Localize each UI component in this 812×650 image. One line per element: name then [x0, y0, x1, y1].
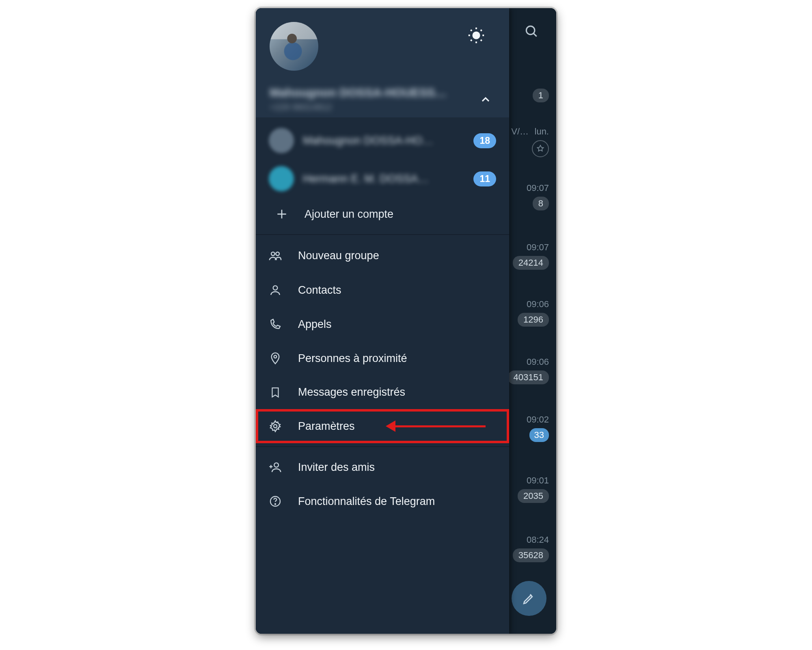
- svg-line-7: [471, 30, 472, 31]
- menu-label: Nouveau groupe: [298, 249, 379, 262]
- menu-label: Inviter des amis: [298, 461, 375, 474]
- invite-icon: [266, 461, 284, 474]
- svg-line-10: [481, 30, 482, 31]
- gear-icon: [266, 420, 284, 433]
- help-icon: [266, 495, 284, 508]
- unread-badge: 11: [473, 171, 496, 186]
- svg-point-14: [276, 252, 279, 256]
- chat-badge: 403151: [508, 370, 549, 384]
- chat-badge: 24214: [513, 256, 549, 270]
- menu-calls[interactable]: Appels: [256, 307, 509, 341]
- chat-badge: 1: [533, 89, 549, 102]
- chat-time: 09:01: [518, 475, 549, 486]
- account-name: Hermann E. M. DOSSA…: [303, 173, 464, 185]
- svg-point-16: [274, 355, 277, 358]
- svg-point-17: [274, 425, 277, 428]
- menu-people-nearby[interactable]: Personnes à proximité: [256, 341, 509, 375]
- theme-toggle-icon[interactable]: [467, 26, 486, 45]
- avatar[interactable]: [270, 22, 318, 71]
- drawer-header: Mahougnon DOSSA-HOUESS… +229 96014812: [256, 8, 509, 117]
- annotation-arrow: [386, 420, 486, 432]
- chat-time: 09:07: [513, 242, 549, 253]
- drawer-menu: Nouveau groupe Contacts Appels Personnes…: [256, 236, 509, 446]
- chat-badge: 33: [529, 428, 549, 442]
- menu-contacts[interactable]: Contacts: [256, 273, 509, 307]
- bookmark-icon: [266, 386, 284, 399]
- svg-line-9: [471, 40, 472, 41]
- menu-label: Fonctionnalités de Telegram: [298, 495, 435, 508]
- svg-point-0: [526, 26, 535, 35]
- nearby-icon: [266, 352, 284, 365]
- menu-label: Messages enregistrés: [298, 386, 405, 399]
- chat-badge: 1296: [518, 313, 549, 327]
- svg-point-18: [274, 463, 279, 467]
- svg-point-22: [275, 504, 276, 505]
- add-account-button[interactable]: Ajouter un compte: [265, 198, 500, 231]
- chat-time: 09:07: [527, 183, 549, 193]
- menu-telegram-features[interactable]: Fonctionnalités de Telegram: [256, 484, 509, 518]
- divider: [256, 234, 509, 235]
- menu-settings[interactable]: Paramètres: [256, 409, 509, 443]
- chat-day: lun.: [535, 126, 549, 136]
- user-phone: +229 96014812: [270, 102, 447, 113]
- account-item[interactable]: Hermann E. M. DOSSA… 11: [265, 160, 500, 198]
- chat-time: 09:02: [527, 414, 549, 425]
- unread-badge: 18: [473, 133, 496, 148]
- account-item[interactable]: Mahougnon DOSSA-HO… 18: [265, 121, 500, 160]
- svg-point-15: [273, 286, 278, 290]
- phone-frame: 1 V/… lun. 09:07 8 09:07 24214 09:06 129…: [256, 8, 556, 634]
- drawer-menu-secondary: Inviter des amis Fonctionnalités de Tele…: [256, 448, 509, 521]
- menu-label: Appels: [298, 318, 332, 331]
- divider: [256, 446, 509, 447]
- chat-time: 09:06: [518, 299, 549, 310]
- menu-saved-messages[interactable]: Messages enregistrés: [256, 375, 509, 409]
- avatar: [269, 128, 294, 153]
- pin-icon: [532, 140, 549, 157]
- contact-icon: [266, 284, 284, 297]
- add-account-label: Ajouter un compte: [304, 208, 393, 221]
- menu-new-group[interactable]: Nouveau groupe: [256, 238, 509, 273]
- menu-invite-friends[interactable]: Inviter des amis: [256, 450, 509, 484]
- plus-icon: [275, 208, 292, 221]
- menu-label: Personnes à proximité: [298, 352, 407, 365]
- svg-point-13: [271, 252, 275, 256]
- chat-badge: 35628: [513, 548, 549, 562]
- menu-label: Contacts: [298, 284, 341, 297]
- menu-label: Paramètres: [298, 420, 355, 433]
- chat-time: 09:06: [508, 357, 549, 367]
- chat-badge: 2035: [518, 489, 549, 503]
- account-name: Mahougnon DOSSA-HO…: [303, 134, 464, 147]
- account-list: Mahougnon DOSSA-HO… 18 Hermann E. M. DOS…: [256, 117, 509, 234]
- phone-icon: [266, 318, 284, 331]
- search-icon[interactable]: [524, 24, 539, 39]
- svg-line-1: [533, 33, 537, 37]
- chat-time: 08:24: [513, 535, 549, 545]
- avatar: [269, 166, 294, 191]
- user-name: Mahougnon DOSSA-HOUESS…: [270, 86, 447, 100]
- navigation-drawer: Mahougnon DOSSA-HOUESS… +229 96014812 Ma…: [256, 8, 509, 634]
- svg-line-8: [481, 40, 482, 41]
- chevron-up-icon[interactable]: [479, 93, 492, 106]
- chat-trailing: V/…: [511, 126, 529, 136]
- chat-badge: 8: [533, 197, 549, 210]
- compose-fab[interactable]: [512, 581, 546, 616]
- svg-point-2: [472, 31, 480, 39]
- group-icon: [266, 249, 284, 262]
